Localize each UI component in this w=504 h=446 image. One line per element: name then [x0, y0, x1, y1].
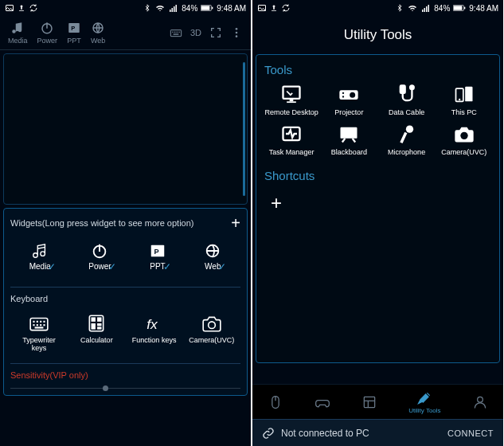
mouse-icon: [268, 394, 283, 410]
widget-power[interactable]: Power✓: [88, 242, 111, 271]
svg-point-45: [209, 322, 216, 329]
tool-blackboard[interactable]: Blackboard: [322, 123, 376, 156]
fullscreen-icon[interactable]: [209, 26, 222, 39]
projector-icon: [337, 83, 361, 105]
sensitivity-slider[interactable]: [10, 388, 240, 389]
main-panel: Tools Remote Desktop Projector Data Cabl…: [256, 54, 500, 363]
signal-icon: [169, 3, 178, 13]
music-icon: [31, 242, 49, 260]
blackboard-icon: [337, 123, 361, 145]
svg-rect-68: [341, 127, 357, 139]
svg-point-63: [410, 86, 414, 90]
svg-rect-19: [174, 33, 179, 34]
trackpad-area[interactable]: [3, 53, 248, 205]
toolbar-power[interactable]: Power: [37, 21, 58, 45]
add-widget-button[interactable]: +: [231, 215, 240, 231]
wifi-icon: [407, 3, 418, 13]
svg-point-60: [342, 92, 344, 94]
connect-button[interactable]: CONNECT: [447, 428, 494, 438]
ppt-icon: P: [67, 21, 81, 35]
svg-rect-37: [35, 327, 44, 328]
connection-status: Not connected to PC: [281, 428, 369, 439]
keyboard-label: Keyboard: [10, 294, 240, 303]
left-screen: 84% 9:48 AM Media Power P PPT Web: [0, 0, 251, 446]
widget-ppt[interactable]: P PPT✓: [149, 242, 166, 271]
tool-camera-uvc[interactable]: Camera(UVC): [437, 123, 491, 156]
toolbar-web[interactable]: Web: [91, 21, 105, 45]
nav-mouse[interactable]: [268, 394, 283, 410]
svg-rect-39: [92, 317, 96, 321]
kb-typewriter[interactable]: Typewriter keys: [15, 313, 63, 352]
nav-gamepad[interactable]: [315, 394, 330, 410]
svg-rect-47: [272, 10, 276, 11]
battery-icon: [453, 4, 466, 12]
bluetooth-icon: [143, 3, 151, 13]
person-icon: [472, 394, 488, 410]
toolbar-media[interactable]: Media: [8, 21, 28, 45]
signal-icon: [421, 3, 431, 13]
svg-rect-1: [19, 10, 24, 11]
svg-rect-31: [40, 321, 41, 323]
svg-point-73: [460, 132, 467, 139]
kb-camera[interactable]: Camera(UVC): [188, 313, 236, 352]
keyboard-small-icon[interactable]: [170, 26, 182, 39]
gamepad-icon: [315, 394, 330, 410]
add-shortcut-button[interactable]: +: [264, 189, 288, 217]
svg-text:fx: fx: [147, 316, 158, 332]
widgets-header-text: Widgets(Long press widget to see more op…: [10, 218, 194, 228]
svg-rect-49: [424, 8, 426, 12]
svg-rect-53: [454, 6, 463, 10]
upload-icon: [18, 3, 25, 13]
nav-layout[interactable]: [361, 394, 377, 410]
svg-rect-41: [92, 323, 96, 330]
layout-icon: [361, 394, 377, 410]
connection-bar: Not connected to PC CONNECT: [252, 419, 503, 446]
threed-button[interactable]: 3D: [190, 28, 201, 37]
svg-rect-72: [400, 132, 407, 143]
keyboard-icon: [29, 313, 49, 334]
monitor-icon: [279, 83, 303, 105]
svg-rect-57: [287, 101, 296, 103]
tools-section-title: Tools: [264, 63, 491, 76]
pulse-icon: [279, 123, 303, 145]
power-icon: [91, 242, 108, 260]
kb-calculator[interactable]: Calculator: [72, 313, 120, 352]
svg-rect-7: [201, 6, 210, 10]
ie-icon: [204, 242, 221, 260]
widgets-panel: Widgets(Long press widget to see more op…: [3, 208, 248, 396]
tool-microphone[interactable]: Microphone: [380, 123, 434, 156]
svg-rect-4: [174, 6, 175, 12]
tool-task-manager[interactable]: Task Manager: [264, 123, 318, 156]
tool-remote-desktop[interactable]: Remote Desktop: [264, 83, 318, 116]
toolbar-ppt[interactable]: P PPT: [67, 21, 81, 45]
svg-rect-17: [177, 32, 178, 33]
svg-rect-48: [422, 10, 424, 12]
widget-web[interactable]: Web✓: [204, 242, 221, 271]
sync-icon: [281, 3, 291, 13]
calculator-icon: [86, 313, 107, 334]
widget-media[interactable]: Media✓: [29, 242, 51, 271]
nav-profile[interactable]: [472, 394, 488, 410]
tool-data-cable[interactable]: Data Cable: [380, 83, 434, 116]
tools-icon: [416, 390, 432, 406]
tool-this-pc[interactable]: This PC: [437, 83, 491, 116]
svg-rect-30: [37, 321, 38, 323]
sensitivity-label: Sensitivity(VIP only): [10, 370, 240, 380]
upload-icon: [270, 3, 278, 13]
camera-icon: [201, 313, 222, 334]
svg-rect-54: [464, 7, 465, 10]
kb-function[interactable]: fx Function keys: [131, 313, 178, 352]
svg-rect-50: [426, 6, 428, 12]
svg-rect-55: [283, 87, 300, 99]
more-icon[interactable]: [230, 26, 243, 39]
ppt-icon: P: [149, 242, 166, 260]
camera-icon: [452, 123, 476, 145]
bluetooth-icon: [396, 3, 404, 13]
nav-utility-tools[interactable]: Utility Tools: [408, 390, 440, 414]
svg-rect-18: [178, 32, 179, 33]
svg-rect-62: [400, 86, 404, 93]
music-icon: [10, 21, 25, 35]
battery-pct: 84%: [434, 4, 450, 13]
svg-rect-42: [97, 323, 101, 326]
tool-projector[interactable]: Projector: [322, 83, 376, 116]
